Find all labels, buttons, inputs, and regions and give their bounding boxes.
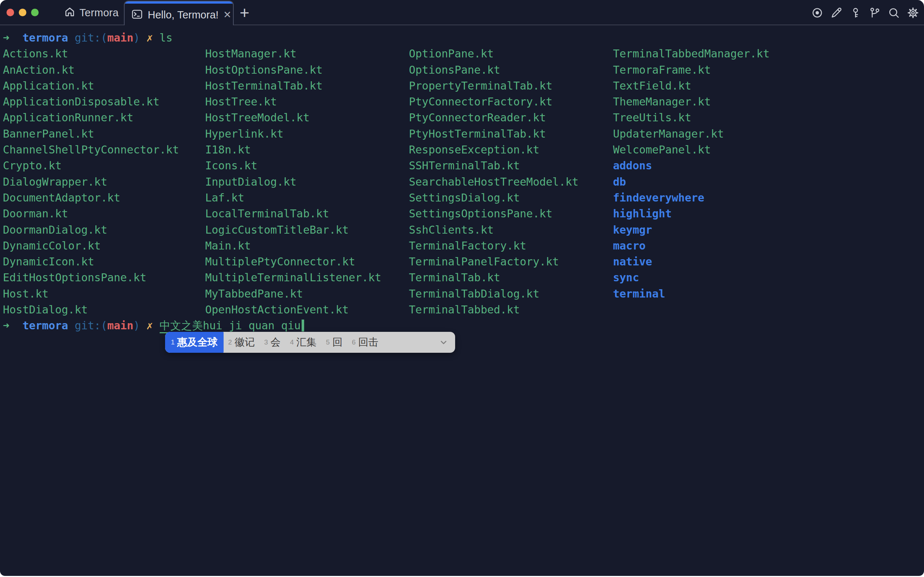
ls-file: MyTabbedPane.kt [205,286,381,302]
settings-icon[interactable] [907,7,919,19]
git-branch-icon[interactable] [869,7,880,19]
ls-file: OptionsPane.kt [409,62,579,78]
home-tab[interactable]: Termora [64,0,118,25]
ls-file: ApplicationDisposable.kt [3,94,179,110]
ls-file: SettingsOptionsPane.kt [409,206,579,222]
prompt-git-branch: main [107,319,133,332]
ls-file: PtyConnectorFactory.kt [409,94,579,110]
prompt-git-prefix: git:( [68,319,107,332]
ls-directory: highlight [613,206,769,222]
ime-candidate-text: 回 [332,335,342,349]
ls-file: DynamicColor.kt [3,238,179,254]
ls-file: ApplicationRunner.kt [3,110,179,126]
ls-column-1: Actions.ktAnAction.ktApplication.ktAppli… [3,46,179,318]
prompt-arrow: ➜ [3,31,23,44]
ls-file: DynamicIcon.kt [3,254,179,270]
ls-file: Icons.kt [205,158,381,174]
ime-candidate[interactable]: 6回击 [347,332,383,353]
prompt-git-branch: main [107,31,133,44]
ls-file: SSHTerminalTab.kt [409,158,579,174]
prompt-cwd: termora [23,319,68,332]
chevron-down-icon[interactable] [437,332,450,353]
record-icon[interactable] [811,7,823,19]
prompt-arrow: ➜ [3,319,23,332]
ls-file: Hyperlink.kt [205,126,381,142]
ls-column-2: HostManager.ktHostOptionsPane.ktHostTerm… [205,46,381,318]
ime-candidate[interactable]: 2徽记 [224,332,260,353]
traffic-zoom-button[interactable] [31,9,39,16]
ls-file: HostOptionsPane.kt [205,62,381,78]
app-label: Termora [79,7,118,19]
ls-file: I18n.kt [205,142,381,158]
ls-file: HostTree.kt [205,94,381,110]
prompt-dirty-mark: ✗ [140,319,159,332]
ls-file: Application.kt [3,78,179,94]
ls-file: PropertyTerminalTab.kt [409,78,579,94]
ime-candidate-index: 3 [264,338,268,346]
ls-file: TerminalTabDialog.kt [409,286,579,302]
terminal-cursor [302,319,304,332]
prompt-cwd: termora [23,31,68,44]
ls-file: EditHostOptionsPane.kt [3,270,179,285]
ls-file: DocumentAdaptor.kt [3,190,179,206]
key-icon[interactable] [850,7,861,19]
ime-candidate-selected[interactable]: 1惠及全球 [165,332,224,353]
ime-candidate[interactable]: 4汇集 [285,332,321,353]
ls-file: TerminalTab.kt [409,270,579,285]
search-icon[interactable] [888,7,900,19]
toolbar [811,0,921,25]
ime-candidate-bar: 1惠及全球2徽记3会4汇集5回6回击 [165,332,455,353]
command-text: ls [160,31,173,44]
ls-file: PtyHostTerminalTab.kt [409,126,579,142]
prompt-line-ls: ➜ termora git:(main) ✗ ls [3,30,924,46]
ls-file: Crypto.kt [3,158,179,174]
ls-file: Doorman.kt [3,206,179,222]
terminal-screen[interactable]: ➜ termora git:(main) ✗ ls Actions.ktAnAc… [0,25,924,576]
new-tab-button[interactable]: + [236,0,253,25]
ls-file: ThemeManager.kt [613,94,769,110]
ls-file: BannerPanel.kt [3,126,179,142]
ls-directory: db [613,174,769,190]
ls-file: TerminalTabbedManager.kt [613,46,769,62]
termora-window: Termora Hello, Termora! ✕ + [0,0,924,576]
ls-directory: terminal [613,286,769,302]
ls-directory: native [613,254,769,270]
ls-file: Laf.kt [205,190,381,206]
ime-candidate-text: 会 [271,335,281,349]
ls-file: LogicCustomTitleBar.kt [205,222,381,238]
ime-candidate[interactable]: 3会 [260,332,285,353]
ls-directory: macro [613,238,769,254]
tab-close-icon[interactable]: ✕ [223,10,232,20]
tab-title: Hello, Termora! [148,9,219,21]
title-bar: Termora Hello, Termora! ✕ + [0,0,924,25]
prompt-git-prefix: git:( [68,31,107,44]
ime-candidate-index: 2 [228,338,232,346]
terminal-icon [131,8,143,22]
ime-candidate-index: 5 [326,338,330,346]
traffic-minimize-button[interactable] [19,9,26,16]
ime-composition-text: 中文之美hui ji quan qiu [160,319,301,333]
ls-file: Host.kt [3,286,179,302]
ls-file: HostManager.kt [205,46,381,62]
ls-file: HostDialog.kt [3,302,179,318]
ls-file: HostTerminalTab.kt [205,78,381,94]
ls-file: WelcomePanel.kt [613,142,769,158]
tab-hello-termora[interactable]: Hello, Termora! ✕ [124,1,234,25]
ls-file: TerminalTabbed.kt [409,302,579,318]
ime-candidate-text: 徽记 [234,335,255,349]
ls-directory: keymgr [613,222,769,238]
ls-file: TreeUtils.kt [613,110,769,126]
edit-icon[interactable] [830,7,842,19]
traffic-close-button[interactable] [6,9,14,16]
ls-file: Main.kt [205,238,381,254]
ime-candidate[interactable]: 5回 [321,332,347,353]
ls-directory: addons [613,158,769,174]
ime-candidate-text: 汇集 [296,335,316,349]
ls-file: TerminalPanelFactory.kt [409,254,579,270]
ime-candidate-index: 4 [290,338,294,346]
ls-output-grid: Actions.ktAnAction.ktApplication.ktAppli… [3,46,924,318]
ls-file: DialogWrapper.kt [3,174,179,190]
ls-file: ResponseException.kt [409,142,579,158]
ls-file: TextField.kt [613,78,769,94]
ls-file: TerminalFactory.kt [409,238,579,254]
